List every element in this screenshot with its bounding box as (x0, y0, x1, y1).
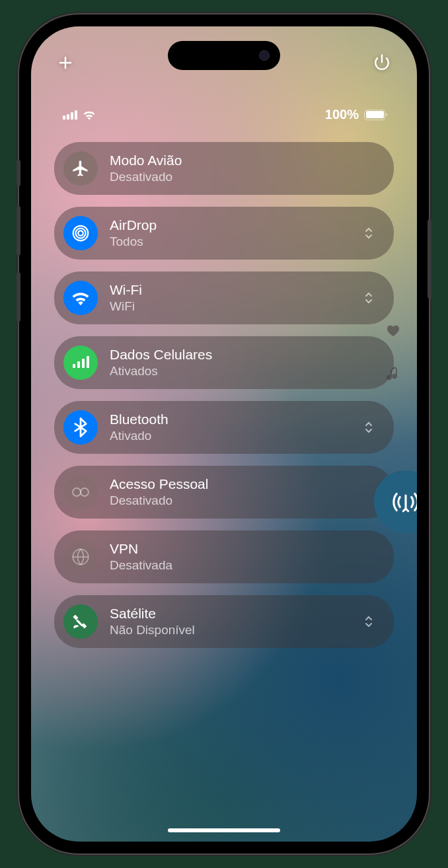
heart-icon[interactable] (386, 324, 400, 337)
bluetooth-icon (63, 410, 98, 445)
tile-subtitle: Desativado (110, 170, 381, 184)
personal-hotspot-tile[interactable]: Acesso Pessoal Desativado (54, 466, 394, 519)
battery-icon (364, 110, 385, 120)
action-button (17, 160, 20, 186)
wifi-icon (63, 281, 98, 315)
svg-rect-8 (82, 359, 85, 368)
tile-title: AirDrop (110, 217, 352, 233)
page-indicators (386, 324, 400, 382)
tile-subtitle: Desativada (110, 558, 381, 573)
vpn-tile[interactable]: VPN Desativada (54, 530, 394, 583)
svg-rect-7 (77, 361, 80, 368)
expand-icon (363, 421, 374, 434)
tile-title: VPN (110, 541, 381, 557)
wifi-icon (83, 110, 96, 120)
airdrop-icon (63, 216, 98, 250)
connectivity-panel: Modo Avião Desativado AirDrop Todos (54, 142, 394, 815)
tile-subtitle: Ativado (110, 429, 352, 443)
tile-subtitle: Ativados (110, 364, 381, 379)
tile-title: Dados Celulares (110, 347, 381, 363)
tile-subtitle: Todos (110, 235, 352, 249)
expand-icon (363, 291, 374, 305)
airplane-icon (63, 151, 98, 186)
svg-point-3 (78, 231, 83, 236)
svg-rect-9 (87, 356, 89, 368)
cellular-data-tile[interactable]: Dados Celulares Ativados (54, 336, 394, 389)
volume-down-button (17, 272, 20, 322)
tile-subtitle: Desativado (110, 493, 381, 508)
satellite-tile[interactable]: Satélite Não Disponível (54, 595, 394, 648)
tile-title: Acesso Pessoal (110, 476, 381, 492)
tile-title: Wi-Fi (110, 282, 352, 298)
expand-icon (363, 615, 374, 628)
hotspot-icon (63, 475, 98, 509)
svg-point-10 (73, 488, 81, 496)
cellular-signal-icon (63, 110, 77, 120)
phone-frame: 100% Modo Avião Desativado (19, 15, 429, 853)
screen: 100% Modo Avião Desativado (31, 26, 417, 842)
bluetooth-tile[interactable]: Bluetooth Ativado (54, 401, 394, 454)
tile-title: Bluetooth (110, 412, 352, 427)
dynamic-island (168, 41, 280, 70)
airdrop-tile[interactable]: AirDrop Todos (54, 207, 394, 260)
expand-icon (363, 227, 374, 240)
tile-title: Satélite (110, 606, 352, 622)
airplane-mode-tile[interactable]: Modo Avião Desativado (54, 142, 394, 195)
music-note-icon[interactable] (387, 367, 400, 382)
volume-up-button (17, 206, 20, 256)
tile-subtitle: Não Disponível (110, 623, 352, 637)
svg-point-4 (76, 229, 86, 238)
satellite-icon (63, 604, 98, 639)
svg-rect-6 (73, 364, 75, 368)
power-button[interactable] (373, 53, 391, 75)
home-indicator[interactable] (168, 828, 280, 832)
svg-point-11 (81, 488, 89, 496)
tile-subtitle: WiFi (110, 299, 352, 314)
tile-title: Modo Avião (110, 153, 381, 168)
wifi-tile[interactable]: Wi-Fi WiFi (54, 271, 394, 324)
battery-percentage: 100% (325, 107, 359, 122)
status-bar: 100% (31, 107, 417, 122)
cellular-icon (63, 345, 98, 380)
add-control-button[interactable] (57, 53, 73, 75)
side-button (428, 219, 431, 299)
vpn-icon (63, 540, 98, 574)
